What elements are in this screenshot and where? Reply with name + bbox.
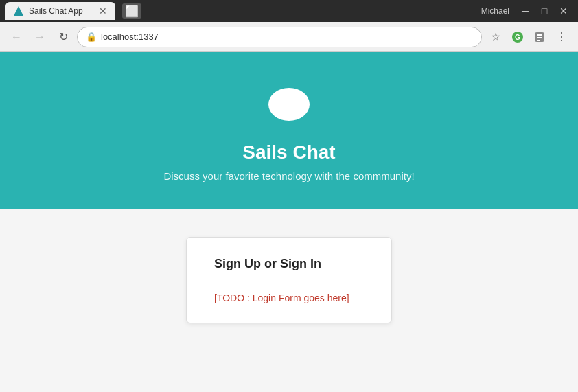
new-tab-button[interactable]: ⬜ <box>122 3 141 19</box>
address-bar[interactable]: 🔒 localhost:1337 <box>77 27 482 47</box>
svg-rect-3 <box>537 34 542 36</box>
title-bar-left: Sails Chat App ✕ ⬜ <box>5 2 141 20</box>
menu-button[interactable]: ⋮ <box>552 27 571 47</box>
browser-tab[interactable]: Sails Chat App ✕ <box>5 2 115 20</box>
new-tab-icon: ⬜ <box>125 5 139 18</box>
extension-svg: G <box>511 31 524 43</box>
hero-title: Sails Chat <box>242 141 335 163</box>
extension-svg-2 <box>533 31 546 43</box>
title-bar: Sails Chat App ✕ ⬜ Michael ─ □ ✕ <box>0 0 578 22</box>
svg-rect-5 <box>537 40 540 41</box>
card-divider <box>214 281 364 281</box>
username-label: Michael <box>481 6 509 16</box>
forward-button[interactable]: → <box>30 27 49 47</box>
title-bar-right: Michael ─ □ ✕ <box>481 4 573 18</box>
address-text: localhost:1337 <box>101 32 473 42</box>
card-title: Sign Up or Sign In <box>214 257 364 271</box>
reload-button[interactable]: ↻ <box>54 27 73 47</box>
chat-bubble-icon <box>262 80 316 135</box>
browser-content: Sails Chat Discuss your favorite technol… <box>0 52 578 392</box>
extension-icon-2[interactable] <box>530 27 549 47</box>
minimize-button[interactable]: ─ <box>516 4 534 18</box>
back-button[interactable]: ← <box>7 27 26 47</box>
hero-section: Sails Chat Discuss your favorite technol… <box>0 52 578 209</box>
card-todo-text: [TODO : Login Form goes here] <box>214 292 364 303</box>
svg-point-6 <box>268 88 310 121</box>
tab-close-button[interactable]: ✕ <box>99 5 107 16</box>
toolbar-icons: ☆ G ⋮ <box>486 27 571 47</box>
tab-favicon <box>14 6 23 16</box>
browser-toolbar: ← → ↻ 🔒 localhost:1337 ☆ G ⋮ <box>0 22 578 52</box>
bookmark-button[interactable]: ☆ <box>486 27 505 47</box>
login-card: Sign Up or Sign In [TODO : Login Form go… <box>186 237 392 323</box>
close-button[interactable]: ✕ <box>555 4 573 18</box>
card-container: Sign Up or Sign In [TODO : Login Form go… <box>0 209 578 351</box>
svg-text:G: G <box>515 34 520 41</box>
svg-rect-4 <box>537 37 542 38</box>
lock-icon: 🔒 <box>86 32 97 42</box>
hero-subtitle: Discuss your favorite technology with th… <box>163 170 414 182</box>
extension-icon-1[interactable]: G <box>508 27 527 47</box>
tab-title: Sails Chat App <box>29 6 83 16</box>
restore-button[interactable]: □ <box>535 4 553 18</box>
